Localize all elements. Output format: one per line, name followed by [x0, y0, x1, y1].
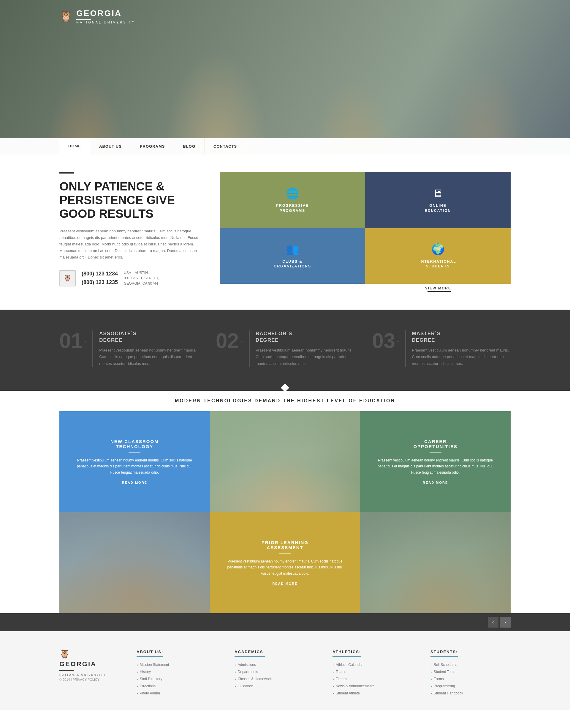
- footer-link-photo[interactable]: Photo Album: [136, 691, 217, 696]
- footer-privacy: © 2014 | PRIVACY POLICY: [59, 678, 119, 681]
- contact-icon: 🦉: [59, 270, 76, 287]
- tech-cell-image-3: [360, 512, 511, 613]
- career-read-more[interactable]: READ MORE: [423, 481, 448, 484]
- contact-row: 🦉 (800) 123 1234 (800) 123 1235 USA – AU…: [59, 269, 202, 287]
- logo-bird-icon: 🦉: [59, 10, 73, 23]
- tech-cell-image-1: [210, 411, 360, 512]
- footer-link-athletic-calendar[interactable]: Athletic Calendar: [332, 662, 413, 667]
- tech-grid: NEW CLASSROOMTECHNOLOGY Praesent vestibu…: [59, 411, 511, 613]
- globe-icon: 🌐: [286, 187, 299, 200]
- footer-athletics: ATHLETICS: Athletic Calendar Teams Fitne…: [332, 649, 413, 698]
- intro-heading: ONLY PATIENCE & PERSISTENCE GIVE GOOD RE…: [59, 179, 202, 220]
- view-more-button[interactable]: VIEW MORE: [220, 284, 511, 292]
- footer-link-history[interactable]: History: [136, 670, 217, 674]
- tile-clubs-organizations[interactable]: 👥 CLUBS &ORGANIZATIONS: [220, 228, 365, 284]
- tile-international-students[interactable]: 🌍 INTERNATIONALSTUDENTS: [365, 228, 511, 284]
- career-text: Praesent vestibulum aenean noumy endreri…: [375, 457, 496, 476]
- degree-text-3: Praesent vestibulum aenean nonummy hendr…: [412, 347, 511, 367]
- tile-progressive-programs[interactable]: 🌐 PROGRESSIVEPROGRAMS: [220, 172, 365, 228]
- intro-left: ONLY PATIENCE & PERSISTENCE GIVE GOOD RE…: [59, 172, 202, 287]
- footer-students-title: STUDENTS:: [431, 650, 458, 657]
- nav-about[interactable]: ABOUT US: [90, 138, 131, 155]
- footer-link-programming[interactable]: Programming: [431, 684, 511, 689]
- footer-athletics-title: ATHLETICS:: [332, 650, 361, 657]
- tiles-area: 🌐 PROGRESSIVEPROGRAMS 🖥 ONLINEEDUCATION …: [220, 172, 511, 292]
- nav-blog[interactable]: BLOG: [174, 138, 205, 155]
- logo-text: GEORGIA NATIONAL UNIVERSITY: [76, 9, 135, 24]
- footer-academics-title: ACADEMICS:: [235, 650, 265, 657]
- footer-link-student-tools[interactable]: Student Tools: [431, 670, 511, 674]
- footer-link-guidance[interactable]: Guidance: [235, 684, 315, 689]
- carousel-next-button[interactable]: ›: [500, 617, 511, 627]
- people-icon: 👥: [286, 243, 299, 255]
- classroom-read-more[interactable]: READ MORE: [122, 481, 147, 484]
- footer-students: STUDENTS: Bell Schedules Student Tools F…: [431, 649, 511, 698]
- footer-link-staff[interactable]: Staff Directory: [136, 677, 217, 681]
- tech-banner-section: MODERN TECHNOLOGIES DEMAND THE HIGHEST L…: [0, 388, 570, 613]
- degree-number-3: 03.: [372, 330, 399, 367]
- tech-cell-career: CAREEROPPORTUNITIES Praesent vestibulum …: [360, 411, 511, 512]
- prior-title: PRIOR LEARNINGASSESSMENT: [262, 540, 308, 550]
- degree-number-2: 02.: [216, 330, 243, 367]
- hero-section: 🦉 GEORGIA NATIONAL UNIVERSITY HOME ABOUT…: [0, 0, 570, 155]
- footer-link-teams[interactable]: Teams: [332, 670, 413, 674]
- footer-academics: ACADEMICS: Admissions Departments Classe…: [235, 649, 315, 691]
- classroom-text: Praesent vestibulum aenean noumy endreri…: [74, 457, 195, 476]
- classroom-title: NEW CLASSROOMTECHNOLOGY: [110, 439, 159, 449]
- footer-logo: 🦉 GEORGIA NATIONAL UNIVERSITY © 2014 | P…: [59, 649, 119, 681]
- degree-text-2: Praesent vestibulum aenean nonummy hendr…: [256, 347, 354, 367]
- carousel-prev-button[interactable]: ‹: [488, 617, 499, 627]
- title-bar: [59, 172, 74, 174]
- degree-title-3: MASTER`SDEGREE: [412, 330, 511, 344]
- tile-online-education[interactable]: 🖥 ONLINEEDUCATION: [365, 172, 511, 228]
- footer-link-bell-schedules[interactable]: Bell Schedules: [431, 662, 511, 667]
- tech-cell-classroom: NEW CLASSROOMTECHNOLOGY Praesent vestibu…: [59, 411, 210, 512]
- footer-about-title: ABOUT US:: [136, 650, 163, 657]
- tech-cell-image-2: [59, 512, 210, 613]
- career-title: CAREEROPPORTUNITIES: [413, 439, 458, 449]
- intro-section: ONLY PATIENCE & PERSISTENCE GIVE GOOD RE…: [0, 155, 570, 310]
- footer-link-student-athlete[interactable]: Student Athlete: [332, 691, 413, 696]
- footer-link-forms[interactable]: Forms: [431, 677, 511, 681]
- footer-link-student-handbook[interactable]: Student Handbook: [431, 691, 511, 696]
- prior-text: Praesent vestibulum aenean noumy endreri…: [225, 558, 345, 576]
- footer-about-us: ABOUT US: Mission Statement History Staf…: [136, 649, 217, 698]
- logo-area: 🦉 GEORGIA NATIONAL UNIVERSITY: [0, 0, 570, 24]
- degree-item-1: 01. ASSOCIATE`SDEGREE Praesent vestibulu…: [59, 330, 198, 367]
- footer-link-news[interactable]: News & Announcements: [332, 684, 413, 689]
- prior-read-more[interactable]: READ MORE: [272, 582, 297, 585]
- footer-link-directions[interactable]: Directions: [136, 684, 217, 689]
- degree-title-1: ASSOCIATE`SDEGREE: [99, 330, 198, 344]
- contact-phones: (800) 123 1234 (800) 123 1235: [82, 269, 118, 287]
- footer-link-fitness[interactable]: Fitness: [332, 677, 413, 681]
- tech-cell-prior-learning: PRIOR LEARNINGASSESSMENT Praesent vestib…: [210, 512, 360, 613]
- footer-link-classes[interactable]: Classes & Homework: [235, 677, 315, 681]
- degree-title-2: BACHELOR`SDEGREE: [256, 330, 354, 344]
- nav-home[interactable]: HOME: [59, 138, 90, 155]
- degree-number-1: 01.: [59, 330, 86, 367]
- degree-text-1: Praesent vestibulum aenean nonummy hendr…: [99, 347, 198, 367]
- world-icon: 🌍: [432, 243, 445, 255]
- footer-link-admissions[interactable]: Admissions: [235, 662, 315, 667]
- intro-body: Praesent vestibulum aenean nonummy hendr…: [59, 228, 202, 260]
- carousel-navigation: ‹ ›: [0, 613, 570, 631]
- monitor-icon: 🖥: [433, 187, 443, 200]
- nav-contacts[interactable]: CONTACTS: [205, 138, 246, 155]
- degrees-section: 01. ASSOCIATE`SDEGREE Praesent vestibulu…: [0, 310, 570, 387]
- tech-banner-heading: MODERN TECHNOLOGIES DEMAND THE HIGHEST L…: [0, 391, 570, 411]
- footer-link-departments[interactable]: Departments: [235, 670, 315, 674]
- contact-address: USA – AUSTIN, 901 EAST E STREET, GEORGIA…: [124, 270, 159, 286]
- footer-link-mission[interactable]: Mission Statement: [136, 662, 217, 667]
- degree-item-3: 03. MASTER`SDEGREE Praesent vestibulum a…: [372, 330, 511, 367]
- degree-item-2: 02. BACHELOR`SDEGREE Praesent vestibulum…: [216, 330, 354, 367]
- nav-programs[interactable]: PROGRAMS: [131, 138, 174, 155]
- footer: 🦉 GEORGIA NATIONAL UNIVERSITY © 2014 | P…: [0, 631, 570, 710]
- navigation: HOME ABOUT US PROGRAMS BLOG CONTACTS: [0, 138, 570, 155]
- feature-tiles: 🌐 PROGRESSIVEPROGRAMS 🖥 ONLINEEDUCATION …: [220, 172, 511, 284]
